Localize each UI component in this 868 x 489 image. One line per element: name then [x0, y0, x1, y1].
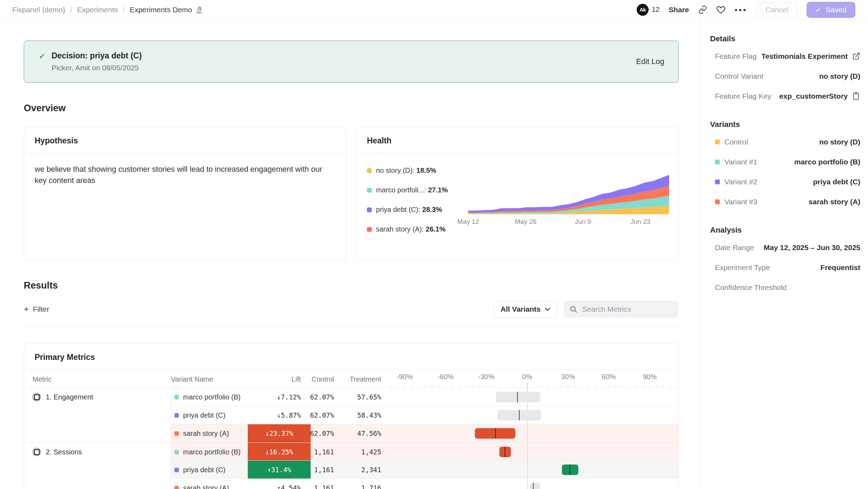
external-link-icon[interactable] [852, 52, 860, 60]
table-row[interactable]: 2. Sessions marco portfolio (B)↓16.25%1,… [24, 442, 678, 461]
ci-axis-label: -60% [437, 373, 454, 381]
control-value: 1,161 [311, 479, 344, 489]
col-header-variant: Variant Name [171, 375, 248, 383]
right-sidebar: DetailsFeature Flag Testimonials Experim… [701, 20, 868, 489]
treatment-value: 47.56% [344, 424, 391, 442]
legend-color-chip [367, 227, 372, 232]
treatment-value: 1,425 [344, 443, 391, 461]
overview-heading: Overview [24, 103, 679, 114]
metric-cell[interactable]: 1. Engagement [24, 388, 171, 406]
search-metrics-box [563, 301, 679, 318]
table-row[interactable]: sarah story (A)↑4.54%1,1611,716 [24, 479, 678, 489]
main-content: ✓ Decision: priya debt (C) Picker, Amit … [0, 20, 701, 489]
control-value: 62.07% [311, 406, 344, 424]
ci-axis-label: 0% [522, 373, 532, 381]
decision-subtitle: Picker, Amit on 08/05/2025 [51, 64, 142, 72]
table-row[interactable]: priya debt (C)↑31.4%1,1612,341 [24, 461, 678, 479]
table-row[interactable]: 1. Engagement marco portfolio (B)↓7.12%6… [24, 388, 678, 406]
sidebar-row-value: no story (D) [819, 138, 860, 146]
sidebar-row-value: May 12, 2025 – Jun 30, 2025 [764, 243, 860, 252]
breadcrumb-separator: / [70, 6, 72, 14]
legend-label: priya debt (C): 28.3% [376, 206, 442, 214]
primary-metrics-title: Primary Metrics [24, 343, 678, 370]
ci-center-tick [533, 483, 534, 489]
health-legend-item[interactable]: priya debt (C): 28.3% [367, 206, 468, 214]
results-heading: Results [24, 280, 679, 291]
share-button[interactable]: Share [668, 6, 689, 14]
variant-name: priya debt (C) [183, 411, 225, 419]
health-legend-item[interactable]: sarah story (A): 26.1% [367, 225, 468, 233]
breadcrumb: Fixpanel {demo} / Experiments / Experime… [12, 6, 203, 14]
legend-label: marco portfoli...: 27.1% [376, 186, 448, 194]
health-legend-item[interactable]: marco portfoli...: 27.1% [367, 186, 468, 194]
search-icon [570, 305, 577, 313]
table-body: 1. Engagement marco portfolio (B)↓7.12%6… [24, 388, 678, 489]
table-row[interactable]: sarah story (A)↓23.37%62.07%47.56% [24, 424, 678, 442]
add-filter-button[interactable]: + Filter [24, 305, 49, 313]
cancel-button[interactable]: Cancel [756, 2, 797, 18]
legend-color-chip [367, 188, 372, 193]
ci-axis-label: 90% [643, 373, 657, 381]
sidebar-row-label: Control Variant [715, 72, 764, 80]
favorite-heart-icon[interactable] [716, 5, 725, 14]
sidebar-row: Confidence Threshold [710, 277, 860, 297]
sidebar-row-value: no story (D) [819, 72, 860, 80]
variants-dropdown[interactable]: All Variants [493, 301, 558, 318]
copy-to-clipboard-icon[interactable] [852, 92, 860, 100]
sidebar-row: Feature Flag Key exp_customerStory [710, 86, 860, 106]
sidebar-row: Variant #3 sarah story (A) [710, 192, 860, 212]
variant-name: marco portfolio (B) [183, 393, 241, 401]
confidence-interval-cell [391, 443, 678, 461]
variant-cell: marco portfolio (B) [171, 388, 248, 406]
confidence-interval-bar[interactable] [496, 392, 540, 402]
health-title: Health [356, 127, 678, 153]
top-bar: Fixpanel {demo} / Experiments / Experime… [0, 0, 868, 20]
lift-value: ↓16.25% [248, 443, 311, 461]
metric-icon [32, 393, 41, 401]
confidence-interval-cell [391, 424, 678, 442]
treatment-value: 1,716 [344, 479, 391, 489]
health-chart-x-axis: May 12May 26Jun 9Jun 23 [468, 214, 669, 229]
x-axis-label: Jun 23 [630, 218, 650, 226]
variant-cell: marco portfolio (B) [171, 443, 248, 461]
col-header-control: Control [311, 375, 344, 383]
sidebar-section-variants: VariantsControl no story (D)Variant #1 m… [710, 120, 860, 212]
variant-cell: priya debt (C) [171, 406, 248, 424]
variant-color-chip [174, 395, 179, 399]
hypothesis-card: Hypothesis we believe that showing custo… [24, 127, 346, 261]
decision-title: Decision: priya debt (C) [51, 51, 142, 61]
more-options-icon[interactable]: ●●● [735, 7, 747, 13]
search-metrics-input[interactable] [582, 305, 672, 313]
x-axis-tick [583, 214, 583, 217]
copy-link-icon[interactable] [698, 5, 707, 14]
saved-button[interactable]: ✓ Saved [806, 2, 855, 18]
breadcrumb-experiments[interactable]: Experiments [77, 6, 118, 14]
breadcrumb-project[interactable]: Fixpanel {demo} [12, 6, 65, 14]
treatment-value: 57.65% [344, 388, 391, 406]
health-chart: May 12May 26Jun 9Jun 23 [468, 162, 669, 233]
confidence-interval-bar[interactable] [530, 483, 540, 489]
table-row[interactable]: priya debt (C)↓5.87%62.07%58.43% [24, 406, 678, 424]
health-legend-item[interactable]: no story (D): 18.5% [367, 166, 468, 175]
metric-cell[interactable]: 2. Sessions [24, 443, 171, 461]
x-axis-tick [468, 214, 469, 217]
variant-color-chip [174, 468, 179, 472]
col-header-treatment: Treatment [344, 375, 391, 383]
variant-color-chip [715, 160, 720, 164]
sidebar-row-label: Variant #2 [724, 178, 757, 186]
variant-name: priya debt (C) [183, 466, 225, 474]
legend-label: no story (D): 18.5% [376, 166, 436, 175]
lift-value: ↓7.12% [248, 388, 311, 406]
confidence-interval-cell [391, 388, 678, 406]
sidebar-row: Variant #1 marco portfolio (B) [710, 152, 860, 172]
results-divider [24, 327, 679, 327]
sidebar-row-value: priya debt (C) [813, 178, 860, 186]
confidence-interval-cell [391, 406, 678, 424]
plus-icon: + [24, 305, 29, 313]
sidebar-row: Date Range May 12, 2025 – Jun 30, 2025 [710, 238, 860, 257]
breadcrumb-separator: / [123, 6, 125, 14]
metric-cell [24, 479, 171, 489]
metric-cell [24, 406, 171, 424]
edit-log-button[interactable]: Edit Log [636, 57, 664, 66]
avatar-overflow-count[interactable]: + 12 [646, 6, 659, 14]
